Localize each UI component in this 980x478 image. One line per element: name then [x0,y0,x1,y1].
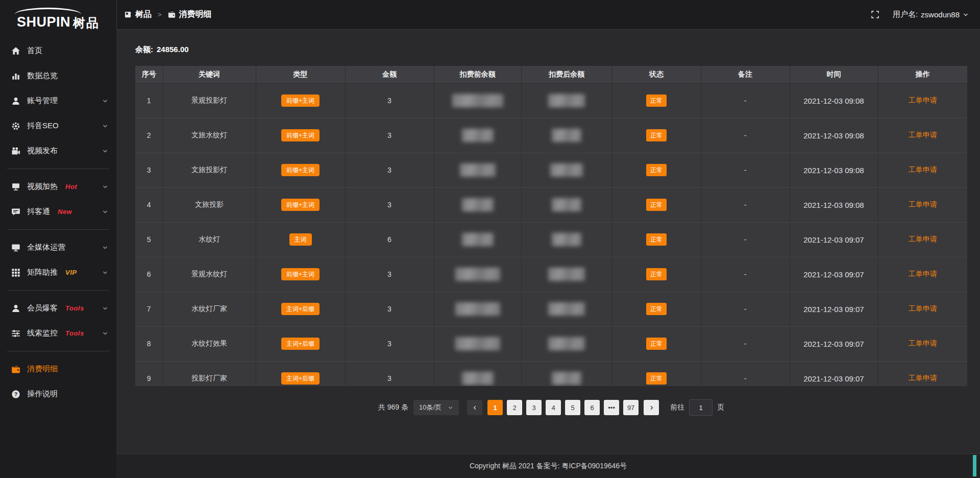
work-order-link[interactable]: 工单申请 [909,304,937,313]
type-badge: 前缀+主词 [281,129,320,141]
prev-page-button[interactable] [467,400,482,415]
cell-amount: 3 [345,292,434,326]
work-order-link[interactable]: 工单申请 [909,200,937,208]
sidebar-item-12[interactable]: ?操作说明 [0,381,116,407]
table-row: 8水纹灯效果主词+后缀3正常-2021-12-03 09:07工单申请 [135,326,967,361]
question-icon: ? [11,390,20,399]
page-ellipsis-button[interactable]: ••• [604,400,619,415]
cell-index: 6 [135,257,163,292]
chevron-down-icon[interactable] [963,12,969,18]
page-button-97[interactable]: 97 [623,400,639,415]
redacted-value [462,233,494,246]
redacted-value [550,163,583,177]
sidebar-item-10[interactable]: 线索监控Tools [0,321,116,346]
sidebar-item-3[interactable]: 抖音SEO [0,113,116,138]
type-badge: 前缀+主词 [281,199,320,211]
cell-status: 正常 [612,118,701,153]
copyright-text: Copyright 树品 2021 备案号: 粤ICP备09019646号 [470,462,627,471]
table-row: 3文旅投影灯前缀+主词3正常-2021-12-03 09:08工单申请 [135,153,967,187]
status-badge: 正常 [646,94,667,107]
chevron-down-icon [102,98,108,104]
cell-balance-before [434,118,521,153]
cell-balance-after [521,361,612,386]
goto-page-input[interactable] [689,399,713,416]
work-order-link[interactable]: 工单申请 [909,96,937,104]
cell-balance-after [521,83,612,118]
redacted-value [552,233,581,246]
cell-time: 2021-12-03 09:08 [790,187,878,222]
cell-remark: - [701,222,790,257]
sidebar-item-label: 消费明细 [27,364,58,374]
cell-remark: - [701,257,790,292]
cell-action: 工单申请 [878,326,967,361]
table-row: 2文旅水纹灯前缀+主词3正常-2021-12-03 09:08工单申请 [135,118,967,153]
breadcrumb-item-home[interactable]: 树品 [135,9,152,20]
status-badge: 正常 [646,129,667,141]
sidebar-item-7[interactable]: 全媒体运营 [0,235,116,260]
sliders-icon [11,329,20,338]
page-button-2[interactable]: 2 [507,400,522,415]
breadcrumb-item-current: 消费明细 [179,9,212,20]
redacted-value [548,94,585,107]
topbar-right: 用户名: zswodun88 [871,10,980,19]
status-badge: 正常 [646,372,667,385]
cell-action: 工单申请 [878,83,967,118]
page-button-1[interactable]: 1 [487,400,503,415]
breadcrumb-separator: > [158,11,162,18]
sidebar-item-badge: Tools [65,304,84,312]
page-button-4[interactable]: 4 [546,400,561,415]
menu-divider [7,290,109,291]
grid-icon [11,268,20,277]
sidebar-item-5[interactable]: 视频加热Hot [0,174,116,199]
sidebar-item-0[interactable]: 首页 [0,38,116,63]
sidebar-item-4[interactable]: 视频发布 [0,138,116,163]
balance-label: 余额: [135,45,153,54]
cell-balance-after [521,187,612,222]
page-button-3[interactable]: 3 [526,400,542,415]
cell-type: 主词+后缀 [256,292,345,326]
sidebar-item-8[interactable]: 矩阵助推VIP [0,260,116,285]
sidebar-item-6[interactable]: 抖客通New [0,199,116,224]
page-button-6[interactable]: 6 [584,400,600,415]
work-order-link[interactable]: 工单申请 [909,374,937,382]
pagination: 共 969 条 10条/页 123456•••97 前往 [135,399,967,416]
redacted-value [462,372,494,385]
sidebar-item-11[interactable]: 消费明细 [0,356,116,381]
redacted-value [455,302,500,316]
sidebar-item-label: 账号管理 [27,96,58,106]
redacted-value [455,268,500,281]
sidebar-item-badge: VIP [65,269,77,276]
cell-action: 工单申请 [878,153,967,187]
sidebar-item-9[interactable]: 会员爆客Tools [0,296,116,321]
fullscreen-icon[interactable] [871,10,879,19]
cell-index: 3 [135,153,163,187]
cell-index: 9 [135,361,163,386]
cell-balance-before [434,187,521,222]
page-button-5[interactable]: 5 [565,400,580,415]
sidebar-item-label: 数据总览 [27,71,58,81]
table-row: 9投影灯厂家主词+后缀3正常-2021-12-03 09:07工单申请 [135,361,967,386]
redacted-value [552,129,581,142]
work-order-link[interactable]: 工单申请 [909,270,937,278]
logo-text-en: SHUPIN [17,15,70,29]
work-order-link[interactable]: 工单申请 [909,165,937,174]
username-value[interactable]: zswodun88 [921,10,960,19]
cell-index: 7 [135,292,163,326]
next-page-button[interactable] [644,400,659,415]
redacted-value [460,163,496,177]
sidebar-item-1[interactable]: 数据总览 [0,63,116,88]
page-size-select[interactable]: 10条/页 [413,400,459,415]
menu-divider [7,351,109,351]
sidebar-item-label: 矩阵助推 [27,268,58,277]
scrollbar-thumb[interactable] [973,455,976,476]
work-order-link[interactable]: 工单申请 [909,339,937,347]
work-order-link[interactable]: 工单申请 [909,131,937,139]
sidebar-item-label: 会员爆客 [27,303,58,313]
chevron-right-icon [649,405,654,411]
cell-balance-after [521,222,612,257]
work-order-link[interactable]: 工单申请 [909,235,937,243]
topbar: 树品 > 消费明细 用户名: zswodun88 [116,0,980,30]
balance-value: 24856.00 [157,45,189,54]
sidebar-item-2[interactable]: 账号管理 [0,88,116,113]
chevron-down-icon [102,305,108,312]
